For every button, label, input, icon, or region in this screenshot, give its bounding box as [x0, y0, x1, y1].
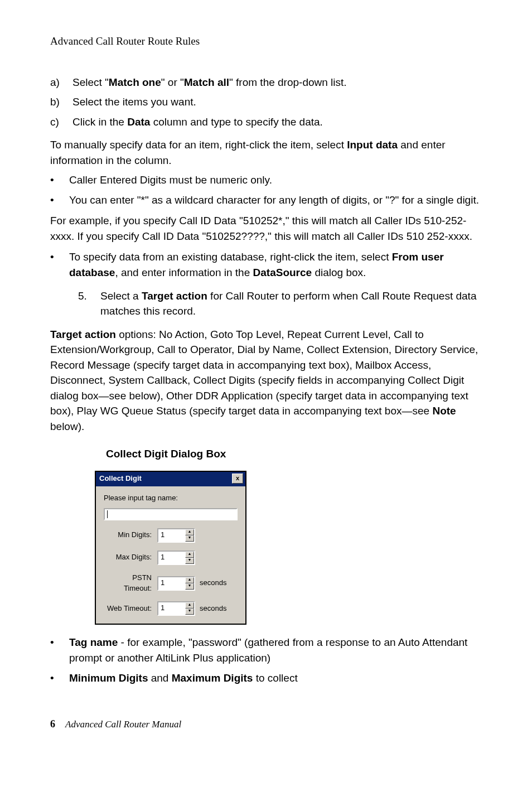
list-item-b: b) Select the items you want. — [50, 94, 482, 110]
chevron-down-icon[interactable]: ▼ — [185, 583, 194, 590]
row-pstn-timeout: PSTN Timeout: 1 ▲▼ seconds — [104, 573, 238, 594]
chevron-down-icon[interactable]: ▼ — [185, 535, 194, 542]
tag-name-label: Please input tag name: — [104, 493, 238, 504]
chevron-up-icon[interactable]: ▲ — [185, 529, 194, 535]
bullet-marker: • — [50, 635, 69, 665]
text: To manually specify data for an item, ri… — [50, 139, 347, 151]
text: options: No Action, Goto Top Level, Repe… — [50, 329, 478, 417]
text-bold: Target action — [50, 329, 116, 340]
text: Click in the — [72, 116, 127, 128]
spin-value: 1 — [158, 529, 185, 542]
text: Select a — [100, 290, 142, 302]
footer-title: Advanced Call Router Manual — [65, 719, 181, 730]
text: To specify data from an existing databas… — [69, 251, 392, 263]
suffix-seconds: seconds — [200, 603, 226, 614]
bullet-marker: • — [50, 249, 69, 280]
page-footer: 6Advanced Call Router Manual — [50, 717, 482, 732]
list-marker: a) — [50, 75, 72, 90]
spin-value: 1 — [158, 602, 185, 615]
paragraph-target-action: Target action options: No Action, Goto T… — [50, 327, 482, 434]
label-web-timeout: Web Timeout: — [104, 603, 157, 614]
list-item-a: a) Select "Match one" or "Match all" fro… — [50, 75, 482, 90]
pstn-timeout-input[interactable]: 1 ▲▼ — [157, 576, 195, 591]
tag-name-input[interactable] — [104, 508, 238, 520]
paragraph-manual: To manually specify data for an item, ri… — [50, 137, 482, 168]
bullet-marker: • — [50, 670, 69, 686]
chevron-up-icon[interactable]: ▲ — [185, 552, 194, 558]
bullet-from-db: • To specify data from an existing datab… — [50, 249, 482, 280]
bullet-caller-digits: • Caller Entered Digits must be numeric … — [50, 172, 482, 188]
label-pstn-timeout: PSTN Timeout: — [104, 573, 157, 594]
label-max-digits: Max Digits: — [104, 552, 157, 563]
text: " from the drop-down list. — [229, 76, 347, 88]
text: dialog box. — [312, 267, 366, 278]
bullet-marker: • — [50, 192, 69, 208]
bullet-wildcard: • You can enter "*" as a wildcard charac… — [50, 192, 482, 208]
text: " or " — [161, 76, 184, 88]
dialog-titlebar: Collect Digit x — [96, 472, 245, 486]
suffix-seconds: seconds — [200, 578, 226, 588]
chevron-down-icon[interactable]: ▼ — [185, 609, 194, 615]
bullet-min-max-digits: • Minimum Digits and Maximum Digits to c… — [50, 670, 482, 686]
text-bold: Data — [127, 116, 150, 128]
text-bold: Target action — [142, 290, 207, 302]
text: and — [148, 672, 171, 684]
text: Select the items you want. — [72, 94, 482, 110]
text: column and type to specify the data. — [150, 116, 322, 128]
text-bold: Maximum Digits — [172, 672, 253, 684]
row-max-digits: Max Digits: 1 ▲▼ — [104, 551, 238, 565]
chevron-up-icon[interactable]: ▲ — [185, 577, 194, 583]
chevron-down-icon[interactable]: ▼ — [185, 558, 194, 564]
paragraph-example: For example, if you specify Call ID Data… — [50, 213, 482, 244]
text-bold: Note — [432, 405, 456, 417]
list-marker: c) — [50, 114, 72, 130]
max-digits-input[interactable]: 1 ▲▼ — [157, 551, 195, 565]
row-web-timeout: Web Timeout: 1 ▲▼ seconds — [104, 601, 238, 616]
text-bold: Tag name — [69, 636, 118, 648]
text: Select " — [72, 76, 109, 88]
spin-value: 1 — [158, 577, 185, 590]
bullet-tag-name: • Tag name - for example, "password" (ga… — [50, 635, 482, 665]
text: below). — [50, 421, 84, 432]
collect-digit-dialog: Collect Digit x Please input tag name: M… — [95, 471, 246, 625]
min-digits-input[interactable]: 1 ▲▼ — [157, 528, 195, 543]
text-bold: Minimum Digits — [69, 672, 148, 684]
spin-value: 1 — [158, 552, 185, 564]
text: - for example, "password" (gathered from… — [69, 636, 467, 664]
row-min-digits: Min Digits: 1 ▲▼ — [104, 528, 238, 543]
chevron-up-icon[interactable]: ▲ — [185, 602, 194, 609]
list-marker: 5. — [78, 288, 100, 319]
text: , and enter information in the — [115, 267, 253, 278]
close-button[interactable]: x — [232, 474, 243, 484]
text: You can enter "*" as a wildcard characte… — [69, 192, 482, 208]
text-bold: Match all — [184, 76, 229, 88]
label-min-digits: Min Digits: — [104, 530, 157, 540]
text-bold: Input data — [347, 139, 398, 151]
text: to collect — [253, 672, 297, 684]
text-bold: Match one — [109, 76, 161, 88]
text: For example, if you specify Call ID Data… — [50, 213, 482, 244]
text-bold: DataSource — [253, 267, 312, 278]
step-5: 5. Select a Target action for Call Route… — [78, 288, 482, 319]
list-item-c: c) Click in the Data column and type to … — [50, 114, 482, 130]
list-marker: b) — [50, 94, 72, 110]
web-timeout-input[interactable]: 1 ▲▼ — [157, 601, 195, 616]
text: Caller Entered Digits must be numeric on… — [69, 172, 482, 188]
page-header: Advanced Call Router Route Rules — [50, 33, 482, 49]
heading-collect-digit: Collect Digit Dialog Box — [106, 446, 482, 462]
page-number: 6 — [50, 718, 55, 730]
dialog-title: Collect Digit — [99, 474, 142, 484]
bullet-marker: • — [50, 172, 69, 188]
